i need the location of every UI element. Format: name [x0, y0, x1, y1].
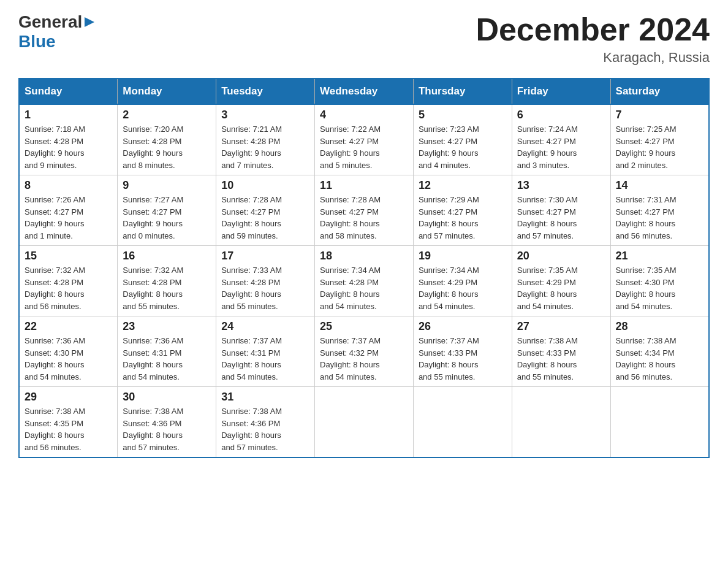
day-number: 28 — [616, 320, 703, 333]
day-info: Sunrise: 7:36 AM Sunset: 4:30 PM Dayligh… — [25, 335, 112, 383]
day-info: Sunrise: 7:20 AM Sunset: 4:28 PM Dayligh… — [123, 123, 211, 171]
day-info: Sunrise: 7:37 AM Sunset: 4:32 PM Dayligh… — [320, 335, 408, 383]
day-info: Sunrise: 7:27 AM Sunset: 4:27 PM Dayligh… — [123, 194, 211, 242]
day-number: 13 — [517, 179, 605, 192]
day-number: 24 — [221, 320, 309, 333]
logo: General Blue — [18, 12, 96, 52]
day-number: 31 — [221, 391, 309, 404]
day-info: Sunrise: 7:38 AM Sunset: 4:36 PM Dayligh… — [123, 405, 211, 453]
day-number: 18 — [320, 250, 408, 262]
header-row: Sunday Monday Tuesday Wednesday Thursday… — [19, 79, 709, 104]
day-number: 5 — [419, 109, 507, 121]
calendar-cell: 14Sunrise: 7:31 AM Sunset: 4:27 PM Dayli… — [610, 175, 709, 246]
calendar-table: Sunday Monday Tuesday Wednesday Thursday… — [18, 78, 710, 458]
calendar-week-row: 8Sunrise: 7:26 AM Sunset: 4:27 PM Daylig… — [19, 175, 709, 246]
calendar-cell: 6Sunrise: 7:24 AM Sunset: 4:27 PM Daylig… — [512, 104, 610, 175]
svg-marker-0 — [85, 17, 94, 27]
col-wednesday: Wednesday — [315, 79, 414, 104]
calendar-cell: 22Sunrise: 7:36 AM Sunset: 4:30 PM Dayli… — [19, 316, 118, 387]
col-tuesday: Tuesday — [216, 79, 315, 104]
calendar-cell — [315, 387, 414, 458]
day-info: Sunrise: 7:34 AM Sunset: 4:29 PM Dayligh… — [419, 264, 507, 312]
day-number: 15 — [25, 250, 112, 262]
logo-triangle-icon — [83, 15, 96, 29]
day-info: Sunrise: 7:18 AM Sunset: 4:28 PM Dayligh… — [25, 123, 112, 171]
day-info: Sunrise: 7:25 AM Sunset: 4:27 PM Dayligh… — [616, 123, 703, 171]
calendar-cell: 11Sunrise: 7:28 AM Sunset: 4:27 PM Dayli… — [315, 175, 414, 246]
calendar-cell: 20Sunrise: 7:35 AM Sunset: 4:29 PM Dayli… — [512, 246, 610, 316]
calendar-cell: 29Sunrise: 7:38 AM Sunset: 4:35 PM Dayli… — [19, 387, 118, 458]
day-number: 16 — [123, 250, 211, 262]
calendar-cell — [512, 387, 610, 458]
calendar-week-row: 29Sunrise: 7:38 AM Sunset: 4:35 PM Dayli… — [19, 387, 709, 458]
calendar-cell: 3Sunrise: 7:21 AM Sunset: 4:28 PM Daylig… — [216, 104, 315, 175]
day-number: 23 — [123, 320, 211, 333]
calendar-cell: 7Sunrise: 7:25 AM Sunset: 4:27 PM Daylig… — [610, 104, 709, 175]
day-number: 26 — [419, 320, 507, 333]
calendar-cell: 1Sunrise: 7:18 AM Sunset: 4:28 PM Daylig… — [19, 104, 118, 175]
day-number: 7 — [616, 109, 703, 121]
calendar-cell: 5Sunrise: 7:23 AM Sunset: 4:27 PM Daylig… — [413, 104, 512, 175]
calendar-cell: 28Sunrise: 7:38 AM Sunset: 4:34 PM Dayli… — [610, 316, 709, 387]
day-number: 14 — [616, 179, 703, 192]
day-info: Sunrise: 7:37 AM Sunset: 4:31 PM Dayligh… — [221, 335, 309, 383]
calendar-cell: 21Sunrise: 7:35 AM Sunset: 4:30 PM Dayli… — [610, 246, 709, 316]
day-info: Sunrise: 7:29 AM Sunset: 4:27 PM Dayligh… — [419, 194, 507, 242]
col-saturday: Saturday — [610, 79, 709, 104]
calendar-cell: 15Sunrise: 7:32 AM Sunset: 4:28 PM Dayli… — [19, 246, 118, 316]
col-monday: Monday — [118, 79, 216, 104]
calendar-cell: 19Sunrise: 7:34 AM Sunset: 4:29 PM Dayli… — [413, 246, 512, 316]
day-info: Sunrise: 7:33 AM Sunset: 4:28 PM Dayligh… — [221, 264, 309, 312]
calendar-cell: 25Sunrise: 7:37 AM Sunset: 4:32 PM Dayli… — [315, 316, 414, 387]
day-number: 27 — [517, 320, 605, 333]
day-number: 19 — [419, 250, 507, 262]
calendar-cell: 18Sunrise: 7:34 AM Sunset: 4:28 PM Dayli… — [315, 246, 414, 316]
day-info: Sunrise: 7:22 AM Sunset: 4:27 PM Dayligh… — [320, 123, 408, 171]
day-info: Sunrise: 7:21 AM Sunset: 4:28 PM Dayligh… — [221, 123, 309, 171]
calendar-cell: 31Sunrise: 7:38 AM Sunset: 4:36 PM Dayli… — [216, 387, 315, 458]
day-info: Sunrise: 7:32 AM Sunset: 4:28 PM Dayligh… — [25, 264, 112, 312]
day-info: Sunrise: 7:35 AM Sunset: 4:30 PM Dayligh… — [616, 264, 703, 312]
day-info: Sunrise: 7:32 AM Sunset: 4:28 PM Dayligh… — [123, 264, 211, 312]
day-number: 22 — [25, 320, 112, 333]
day-number: 29 — [25, 391, 112, 404]
day-number: 8 — [25, 179, 112, 192]
calendar-week-row: 1Sunrise: 7:18 AM Sunset: 4:28 PM Daylig… — [19, 104, 709, 175]
day-number: 25 — [320, 320, 408, 333]
location-text: Karagach, Russia — [476, 50, 710, 66]
calendar-cell: 24Sunrise: 7:37 AM Sunset: 4:31 PM Dayli… — [216, 316, 315, 387]
logo-blue-text: Blue — [18, 32, 56, 51]
calendar-cell: 16Sunrise: 7:32 AM Sunset: 4:28 PM Dayli… — [118, 246, 216, 316]
day-number: 2 — [123, 109, 211, 121]
day-number: 20 — [517, 250, 605, 262]
day-number: 1 — [25, 109, 112, 121]
calendar-week-row: 22Sunrise: 7:36 AM Sunset: 4:30 PM Dayli… — [19, 316, 709, 387]
calendar-cell: 10Sunrise: 7:28 AM Sunset: 4:27 PM Dayli… — [216, 175, 315, 246]
calendar-cell: 23Sunrise: 7:36 AM Sunset: 4:31 PM Dayli… — [118, 316, 216, 387]
page-header: General Blue December 2024 Karagach, Rus… — [18, 12, 710, 66]
day-info: Sunrise: 7:38 AM Sunset: 4:35 PM Dayligh… — [25, 405, 112, 453]
calendar-cell: 4Sunrise: 7:22 AM Sunset: 4:27 PM Daylig… — [315, 104, 414, 175]
calendar-cell: 13Sunrise: 7:30 AM Sunset: 4:27 PM Dayli… — [512, 175, 610, 246]
day-info: Sunrise: 7:28 AM Sunset: 4:27 PM Dayligh… — [221, 194, 309, 242]
day-number: 3 — [221, 109, 309, 121]
calendar-week-row: 15Sunrise: 7:32 AM Sunset: 4:28 PM Dayli… — [19, 246, 709, 316]
col-friday: Friday — [512, 79, 610, 104]
calendar-cell — [610, 387, 709, 458]
logo-general-text: General — [18, 12, 82, 32]
day-number: 21 — [616, 250, 703, 262]
month-title: December 2024 — [476, 12, 710, 47]
day-info: Sunrise: 7:23 AM Sunset: 4:27 PM Dayligh… — [419, 123, 507, 171]
day-number: 11 — [320, 179, 408, 192]
day-info: Sunrise: 7:30 AM Sunset: 4:27 PM Dayligh… — [517, 194, 605, 242]
col-thursday: Thursday — [413, 79, 512, 104]
calendar-cell: 26Sunrise: 7:37 AM Sunset: 4:33 PM Dayli… — [413, 316, 512, 387]
day-number: 6 — [517, 109, 605, 121]
day-info: Sunrise: 7:28 AM Sunset: 4:27 PM Dayligh… — [320, 194, 408, 242]
calendar-cell: 27Sunrise: 7:38 AM Sunset: 4:33 PM Dayli… — [512, 316, 610, 387]
day-number: 12 — [419, 179, 507, 192]
day-info: Sunrise: 7:37 AM Sunset: 4:33 PM Dayligh… — [419, 335, 507, 383]
calendar-cell: 8Sunrise: 7:26 AM Sunset: 4:27 PM Daylig… — [19, 175, 118, 246]
day-info: Sunrise: 7:38 AM Sunset: 4:34 PM Dayligh… — [616, 335, 703, 383]
title-block: December 2024 Karagach, Russia — [476, 12, 710, 66]
